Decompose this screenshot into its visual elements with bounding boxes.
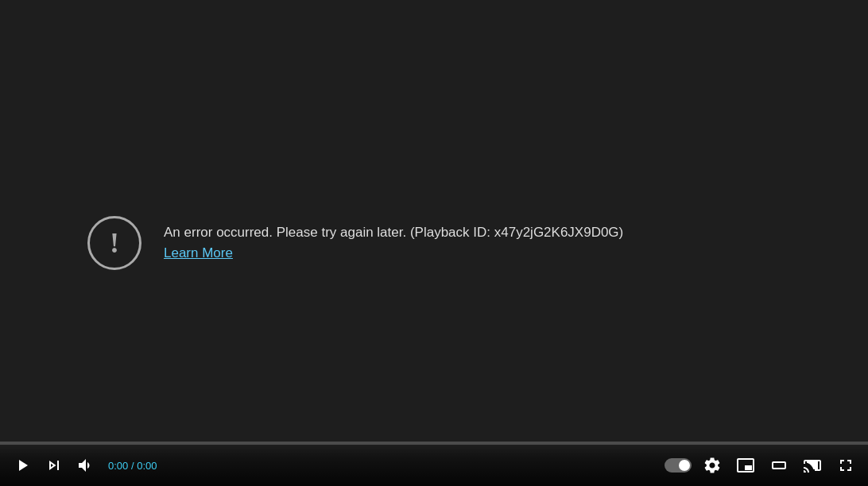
time-current: 0:00 (108, 460, 128, 472)
time-separator: / (128, 460, 137, 472)
time-total: 0:00 (137, 460, 157, 472)
play-button[interactable] (10, 453, 35, 478)
settings-button[interactable] (699, 453, 725, 478)
controls-bar: 0:00 / 0:00 (0, 445, 868, 486)
error-message: An error occurred. Please try again late… (164, 225, 623, 241)
toggle-knob (679, 460, 690, 471)
skip-button[interactable] (41, 453, 67, 478)
cast-button[interactable] (800, 453, 825, 478)
theater-mode-button[interactable] (766, 453, 792, 478)
learn-more-link[interactable]: Learn More (164, 245, 233, 261)
error-overlay: ! An error occurred. Please try again la… (87, 216, 623, 270)
subtitles-toggle-pill[interactable] (665, 458, 692, 472)
error-icon: ! (87, 216, 141, 270)
fullscreen-button[interactable] (833, 453, 858, 478)
exclamation-mark: ! (110, 229, 119, 257)
miniplayer-button[interactable] (733, 453, 758, 478)
right-controls (665, 453, 858, 478)
error-text-block: An error occurred. Please try again late… (164, 225, 623, 261)
subtitles-toggle (665, 458, 692, 472)
video-player: ! An error occurred. Please try again la… (0, 0, 868, 486)
time-display: 0:00 / 0:00 (108, 460, 157, 472)
volume-button[interactable] (73, 453, 99, 478)
